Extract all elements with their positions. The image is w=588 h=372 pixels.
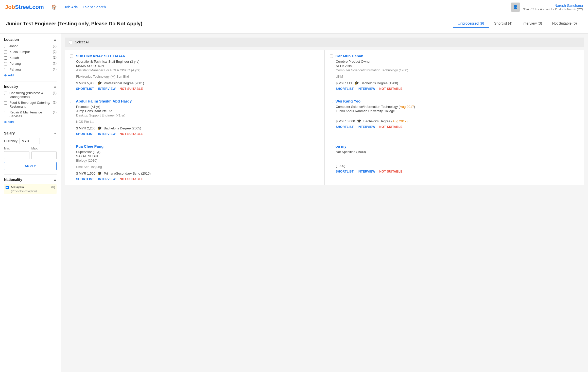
currency-label: Currency xyxy=(4,139,18,143)
candidate-1-salary-row: $ MYR 5,900 🎓 Professional Degree (2001) xyxy=(70,81,319,85)
sidebar: Location ▲ Johor (2) Kuala Lumpur (2) Ke… xyxy=(0,33,61,372)
main-nav: Job Ads Talent Search xyxy=(62,5,108,9)
salary-header[interactable]: Salary ▲ xyxy=(4,131,57,135)
candidate-6-shortlist[interactable]: SHORTLIST xyxy=(336,170,354,173)
min-col: Min. xyxy=(4,147,29,159)
nationality-filter: Nationality ▲ Malaysia(Pre-selected opti… xyxy=(4,178,57,194)
location-penang-checkbox[interactable] xyxy=(4,62,7,65)
nationality-header[interactable]: Nationality ▲ xyxy=(4,178,57,182)
candidate-2-checkbox[interactable] xyxy=(330,55,333,58)
candidate-4-name[interactable]: Wei Kang Yeo xyxy=(336,99,361,103)
apply-button[interactable]: APPLY xyxy=(4,162,57,170)
candidate-3-current-company: Jump Consultant Pte Ltd xyxy=(70,109,319,113)
tab-not-suitable[interactable]: Not Suitable (0) xyxy=(547,19,582,28)
candidate-2-current-job: Cerebro Product Owner xyxy=(330,60,579,63)
nav-talent-search[interactable]: Talent Search xyxy=(81,4,108,10)
candidate-2-salary: $ MYR 111 xyxy=(336,81,352,85)
candidate-2-interview[interactable]: INTERVIEW xyxy=(358,87,375,91)
candidate-5-salary: $ MYR 1,500 xyxy=(76,172,95,175)
candidate-6-not-suitable[interactable]: NOT SUITABLE xyxy=(379,170,402,173)
industry-repair[interactable]: Repair & Maintenance Services (1) xyxy=(4,110,57,118)
tab-shortlist[interactable]: Shortlist (4) xyxy=(489,19,517,28)
candidate-1-interview[interactable]: INTERVIEW xyxy=(98,87,116,91)
candidate-1-shortlist[interactable]: SHORTLIST xyxy=(76,87,94,91)
industry-add[interactable]: ⊕ Add xyxy=(4,120,57,124)
home-icon[interactable]: 🏠 xyxy=(51,4,57,10)
industry-header[interactable]: Industry ▲ xyxy=(4,84,57,89)
candidate-2-shortlist[interactable]: SHORTLIST xyxy=(336,87,354,91)
candidate-3-checkbox[interactable] xyxy=(70,100,73,103)
logo: JobStreet.com xyxy=(5,4,44,10)
candidate-4-interview[interactable]: INTERVIEW xyxy=(358,125,375,129)
select-all-checkbox[interactable] xyxy=(69,41,72,44)
max-col: Max. xyxy=(31,147,57,159)
tab-unprocessed[interactable]: Unprocessed (9) xyxy=(453,19,489,28)
candidate-4-not-suitable[interactable]: NOT SUITABLE xyxy=(379,125,402,129)
candidate-4-actions: SHORTLIST INTERVIEW NOT SUITABLE xyxy=(330,125,579,129)
nationality-chevron: ▲ xyxy=(54,178,57,181)
industry-repair-checkbox[interactable] xyxy=(4,111,7,114)
location-header[interactable]: Location ▲ xyxy=(4,38,57,42)
candidate-6-checkbox[interactable] xyxy=(330,145,333,148)
location-johor-checkbox[interactable] xyxy=(4,45,7,48)
location-penang[interactable]: Penang (1) xyxy=(4,62,57,65)
location-pahang-checkbox[interactable] xyxy=(4,68,7,71)
location-johor[interactable]: Johor (2) xyxy=(4,44,57,48)
location-title: Location xyxy=(4,38,19,42)
location-chevron: ▲ xyxy=(54,38,57,41)
location-kedah[interactable]: Kedah (1) xyxy=(4,56,57,60)
industry-consulting[interactable]: Consulting (Business & Management) (1) xyxy=(4,91,57,99)
industry-food-checkbox[interactable] xyxy=(4,101,7,105)
candidate-5-prev-job: Biology (2010) xyxy=(70,159,319,162)
candidate-6-name[interactable]: oa my xyxy=(336,144,347,148)
candidate-4-shortlist[interactable]: SHORTLIST xyxy=(336,125,354,129)
currency-input[interactable] xyxy=(20,138,40,144)
candidate-3-name[interactable]: Abdul Halim Sheikh Abd Hardy xyxy=(76,99,132,103)
nationality-malaysia-checkbox[interactable] xyxy=(6,186,9,189)
user-info: Naresh Sanchana SiVA RC Test Account for… xyxy=(523,4,583,11)
candidate-6-header: oa my xyxy=(330,144,579,148)
candidate-3-not-suitable[interactable]: NOT SUITABLE xyxy=(120,132,143,136)
candidate-4-salary-row: $ MYR 3,000 🎓 Bachelor's Degree (Aug 201… xyxy=(330,119,579,123)
location-kl-checkbox[interactable] xyxy=(4,50,7,54)
candidate-5-interview[interactable]: INTERVIEW xyxy=(98,177,116,181)
content-area: Select All SUKURMANAY SUTHAGAR Operation… xyxy=(61,33,588,372)
candidate-6-current-job: Not Specified (1900) xyxy=(330,150,579,154)
tab-interview[interactable]: Interview (3) xyxy=(517,19,547,28)
industry-chevron: ▲ xyxy=(54,85,57,88)
candidate-1-not-suitable[interactable]: NOT SUITABLE xyxy=(120,87,143,91)
tabs: Unprocessed (9) Shortlist (4) Interview … xyxy=(453,19,582,28)
nav-job-ads[interactable]: Job Ads xyxy=(62,4,80,10)
industry-consulting-checkbox[interactable] xyxy=(4,92,7,95)
avatar: 👤 xyxy=(511,3,520,12)
min-input[interactable] xyxy=(4,151,29,159)
location-kedah-checkbox[interactable] xyxy=(4,56,7,60)
salary-filter: Salary ▲ Currency Min. Max. APPLY xyxy=(4,131,57,170)
candidate-4-checkbox[interactable] xyxy=(330,100,333,103)
location-add-label: Add xyxy=(8,73,14,77)
candidate-5-name[interactable]: Pua Chee Pang xyxy=(76,144,103,148)
candidate-3-interview[interactable]: INTERVIEW xyxy=(98,132,116,136)
candidate-5-shortlist[interactable]: SHORTLIST xyxy=(76,177,94,181)
candidate-6-interview[interactable]: INTERVIEW xyxy=(358,170,375,173)
candidate-2-actions: SHORTLIST INTERVIEW NOT SUITABLE xyxy=(330,87,579,91)
candidate-2-current-company: SEEK Asia xyxy=(330,64,579,68)
location-kl[interactable]: Kuala Lumpur (2) xyxy=(4,50,57,54)
candidate-1-prev-job: Assistant Manager For RCFA CISCO (4 yrs) xyxy=(70,68,319,72)
industry-food[interactable]: Food & Beverage/ Catering/ Restaurant (1… xyxy=(4,101,57,108)
candidate-2-not-suitable[interactable]: NOT SUITABLE xyxy=(379,87,402,91)
candidate-1-checkbox[interactable] xyxy=(70,55,73,58)
candidate-1-name[interactable]: SUKURMANAY SUTHAGAR xyxy=(76,54,126,58)
location-add[interactable]: ⊕ Add xyxy=(4,73,57,77)
max-label: Max. xyxy=(31,147,57,150)
max-input[interactable] xyxy=(31,151,57,159)
candidate-3-shortlist[interactable]: SHORTLIST xyxy=(76,132,94,136)
candidate-2-name[interactable]: Kar Mun Hanan xyxy=(336,54,364,58)
nationality-malaysia[interactable]: Malaysia(Pre-selected option) (6) xyxy=(4,184,57,194)
candidate-5-checkbox[interactable] xyxy=(70,145,73,148)
main-layout: Location ▲ Johor (2) Kuala Lumpur (2) Ke… xyxy=(0,33,588,372)
location-pahang[interactable]: Pahang (1) xyxy=(4,67,57,71)
user-name[interactable]: Naresh Sanchana xyxy=(523,4,583,8)
candidate-5-not-suitable[interactable]: NOT SUITABLE xyxy=(120,177,143,181)
candidate-3-actions: SHORTLIST INTERVIEW NOT SUITABLE xyxy=(70,132,319,136)
